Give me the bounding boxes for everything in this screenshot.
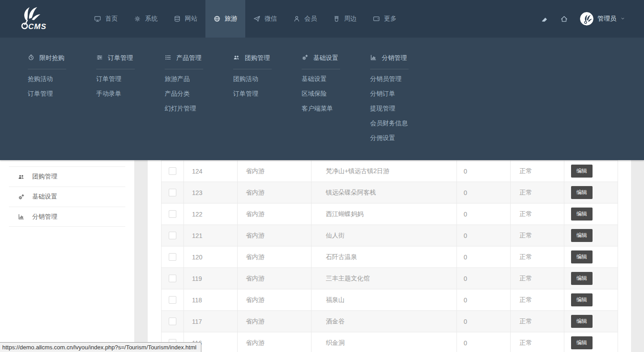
mega-menu-item[interactable]: 幻灯片管理 <box>165 101 233 116</box>
nav-item-label: 更多 <box>384 15 397 23</box>
mega-menu-item[interactable]: 区域保险 <box>302 86 370 101</box>
nav-item-wechat[interactable]: 微信 <box>245 0 285 38</box>
divider <box>165 69 203 69</box>
cell-count: 0 <box>457 182 511 204</box>
user-icon <box>293 15 300 22</box>
table-row: 121省内游仙人街0正常编辑 <box>162 225 618 246</box>
cell-name: 仙人街 <box>311 225 457 246</box>
cell-id: 122 <box>184 204 238 225</box>
table-row: 123省内游镇远朵碟朵阿客栈0正常编辑 <box>162 182 618 204</box>
nav-item-label: 首页 <box>105 15 118 23</box>
mega-menu-item[interactable]: 产品分类 <box>165 86 233 101</box>
mega-menu-item[interactable]: 分佣设置 <box>370 131 439 145</box>
username: 管理员 <box>597 15 616 23</box>
row-checkbox[interactable] <box>169 167 176 175</box>
edit-button[interactable]: 编辑 <box>571 315 593 328</box>
cell-status: 正常 <box>511 289 564 311</box>
row-checkbox[interactable] <box>169 253 176 261</box>
nav-item-more[interactable]: 更多 <box>365 0 405 38</box>
cogs-icon <box>18 194 25 200</box>
nav-item-home[interactable]: 首页 <box>86 0 126 38</box>
mega-menu-item[interactable]: 分销订单 <box>370 86 439 101</box>
edit-button[interactable]: 编辑 <box>571 250 593 263</box>
cell-count: 0 <box>457 225 511 246</box>
mega-menu-item[interactable]: 基础设置 <box>302 72 370 86</box>
cell-category: 省内游 <box>238 246 311 268</box>
nav-item-label: 会员 <box>304 15 317 23</box>
edit-button[interactable]: 编辑 <box>571 272 593 285</box>
row-checkbox[interactable] <box>169 275 176 282</box>
cell-count: 0 <box>457 332 511 352</box>
mega-section-order-management: 订单管理订单管理手动录单 <box>96 38 165 160</box>
user-menu[interactable]: 管理员 <box>580 12 625 25</box>
mega-menu-item[interactable]: 订单管理 <box>28 86 96 101</box>
mega-menu-item[interactable]: 客户端菜单 <box>302 101 370 116</box>
divider <box>96 69 135 69</box>
gear-icon <box>134 15 141 22</box>
row-checkbox[interactable] <box>169 232 176 239</box>
mega-menu-item[interactable]: 提现管理 <box>370 101 439 116</box>
cell-id: 117 <box>184 311 238 332</box>
top-navbar: CMS 首页系统网站旅游微信会员周边更多 管理员 <box>0 0 644 38</box>
table-row: 117省内游酒金谷0正常编辑 <box>162 311 618 332</box>
mega-menu-item[interactable]: 订单管理 <box>96 72 165 86</box>
cogs-icon <box>302 54 308 62</box>
edit-button[interactable]: 编辑 <box>571 229 593 242</box>
nav-item-label: 旅游 <box>225 15 237 23</box>
cell-category: 省内游 <box>238 182 311 204</box>
sidebar-item-groupbuy-management[interactable]: 团购管理 <box>9 166 125 187</box>
mega-menu-item[interactable]: 旅游产品 <box>165 72 233 86</box>
nav-item-label: 系统 <box>145 15 158 23</box>
row-checkbox[interactable] <box>169 210 176 218</box>
nav-item-member[interactable]: 会员 <box>285 0 325 38</box>
mega-menu-item[interactable]: 会员财务信息 <box>370 116 439 131</box>
edit-button[interactable]: 编辑 <box>571 186 593 199</box>
cell-status: 正常 <box>511 182 564 204</box>
cell-id: 121 <box>184 225 238 246</box>
mega-menu-item[interactable]: 抢购活动 <box>28 72 96 86</box>
cell-count: 0 <box>457 311 511 332</box>
frontend-home-icon[interactable] <box>560 15 568 23</box>
cell-id: 120 <box>184 246 238 268</box>
mega-menu-item[interactable]: 分销员管理 <box>370 72 439 86</box>
row-checkbox[interactable] <box>169 318 176 325</box>
mega-menu-item[interactable]: 手动录单 <box>96 86 165 101</box>
logo[interactable]: CMS <box>13 5 55 33</box>
sidebar-item-basic-settings[interactable]: 基础设置 <box>9 187 125 207</box>
cell-name: 三丰主题文化馆 <box>311 268 457 289</box>
status-url-text: https://demo.allcms.com.cn/lvyou/index.p… <box>2 344 196 351</box>
cell-name: 梵净山+镇远古镇2日游 <box>311 161 457 182</box>
mega-section-distribution-management: 分销管理分销员管理分销订单提现管理会员财务信息分佣设置 <box>370 38 439 160</box>
nav-item-travel[interactable]: 旅游 <box>205 0 245 38</box>
edit-button[interactable]: 编辑 <box>571 208 593 221</box>
mega-menu-item[interactable]: 团购活动 <box>233 72 302 86</box>
nav-item-website[interactable]: 网站 <box>166 0 205 38</box>
cell-name: 福泉山 <box>311 289 457 311</box>
row-checkbox[interactable] <box>169 189 176 196</box>
cell-category: 省内游 <box>238 332 311 352</box>
cell-status: 正常 <box>511 204 564 225</box>
navbar-right: 管理员 <box>541 12 644 25</box>
edit-button[interactable]: 编辑 <box>571 336 593 349</box>
divider <box>233 69 272 69</box>
cell-category: 省内游 <box>238 268 311 289</box>
main-area: 团购管理基础设置分销管理 124省内游梵净山+镇远古镇2日游0正常编辑123省内… <box>0 160 644 352</box>
nav-item-label: 微信 <box>264 15 277 23</box>
cell-status: 正常 <box>511 311 564 332</box>
cell-status: 正常 <box>511 225 564 246</box>
edit-button[interactable]: 编辑 <box>571 165 593 178</box>
mega-section-title: 产品管理 <box>165 54 233 62</box>
cell-count: 0 <box>457 289 511 311</box>
bar-chart-icon <box>370 54 377 62</box>
mega-menu-item[interactable]: 订单管理 <box>233 86 302 101</box>
cell-category: 省内游 <box>238 289 311 311</box>
clock-icon <box>28 54 34 62</box>
divider <box>302 69 340 69</box>
sidebar-item-distribution-management[interactable]: 分销管理 <box>9 207 125 227</box>
row-checkbox[interactable] <box>169 296 176 304</box>
nav-item-system[interactable]: 系统 <box>126 0 166 38</box>
nav-item-around[interactable]: 周边 <box>325 0 365 38</box>
edit-button[interactable]: 编辑 <box>571 293 593 306</box>
mega-section-basic-settings: 基础设置基础设置区域保险客户端菜单 <box>302 38 370 160</box>
clear-cache-eraser-icon[interactable] <box>541 15 548 23</box>
